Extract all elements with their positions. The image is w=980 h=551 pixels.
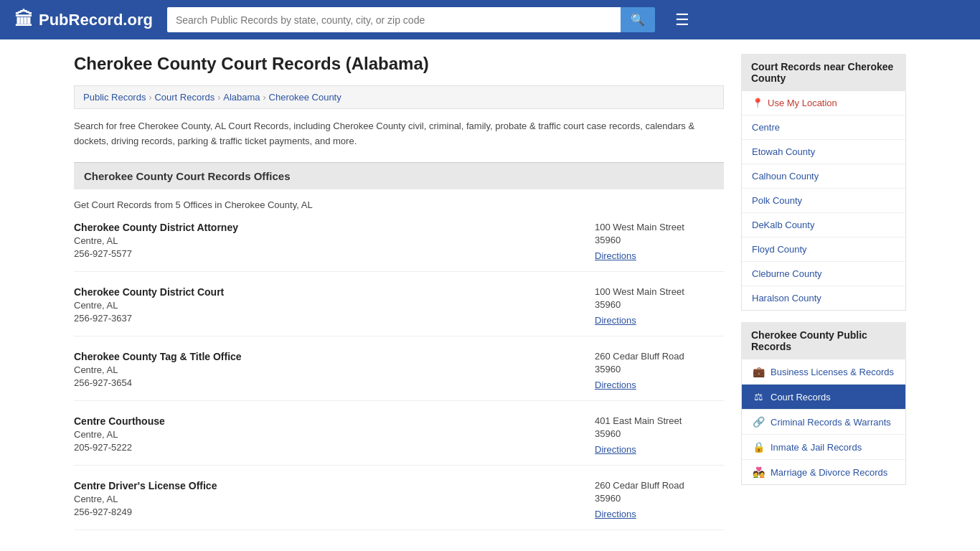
breadcrumb-link-cherokee-county[interactable]: Cherokee County: [269, 92, 341, 103]
office-right-4: 260 Cedar Bluff Road 35960 Directions: [595, 480, 724, 519]
nearby-item-link[interactable]: Floyd County: [752, 244, 807, 255]
records-item-link[interactable]: Business Licenses & Records: [771, 367, 894, 377]
office-street: 401 East Main Street: [595, 415, 724, 426]
office-zip: 35960: [595, 428, 724, 439]
breadcrumb-link-court-records[interactable]: Court Records: [154, 92, 215, 103]
nearby-item-link[interactable]: Etowah County: [752, 146, 815, 157]
office-name: Cherokee County District Attorney: [74, 222, 238, 233]
office-left-2: Cherokee County Tag & Title Office Centr…: [74, 351, 242, 390]
nearby-list-item[interactable]: 📍Use My Location: [742, 91, 905, 116]
nearby-item-link[interactable]: DeKalb County: [752, 220, 814, 230]
menu-icon[interactable]: ☰: [675, 11, 689, 29]
records-icon: 💑: [752, 466, 765, 478]
records-list: 💼 Business Licenses & Records⚖ Court Rec…: [741, 359, 906, 485]
records-item-link[interactable]: Marriage & Divorce Records: [771, 467, 887, 478]
records-icon: ⚖: [752, 391, 765, 402]
office-street: 260 Cedar Bluff Road: [595, 351, 724, 362]
office-left-1: Cherokee County District Court Centre, A…: [74, 286, 224, 326]
office-entry: Cherokee County District Court Centre, A…: [74, 286, 724, 336]
office-zip: 35960: [595, 364, 724, 375]
office-city: Centre, AL: [74, 364, 242, 375]
nearby-item-link[interactable]: Haralson County: [752, 293, 821, 303]
nearby-list-item[interactable]: Calhoun County: [742, 164, 905, 189]
directions-link[interactable]: Directions: [595, 509, 636, 519]
office-street: 100 West Main Street: [595, 222, 724, 232]
records-list-item[interactable]: 💼 Business Licenses & Records: [742, 359, 905, 385]
nearby-item-link[interactable]: Cleburne County: [752, 268, 822, 279]
office-city: Centre, AL: [74, 300, 224, 311]
offices-section-header: Cherokee County Court Records Offices: [74, 162, 724, 189]
office-zip: 35960: [595, 493, 724, 504]
nearby-list-item[interactable]: Centre: [742, 116, 905, 140]
office-phone: 205-927-5222: [74, 442, 165, 453]
site-logo[interactable]: 🏛 PubRecord.org: [14, 9, 153, 31]
nearby-section-title: Court Records near Cherokee County: [741, 54, 906, 91]
nearby-list-item[interactable]: Cleburne County: [742, 262, 905, 286]
nearby-item-link[interactable]: Centre: [752, 122, 780, 133]
directions-link[interactable]: Directions: [595, 250, 636, 261]
breadcrumb-link-public-records[interactable]: Public Records: [83, 92, 146, 103]
records-list-item[interactable]: 🔗 Criminal Records & Warrants: [742, 410, 905, 435]
records-list-item[interactable]: ⚖ Court Records: [742, 385, 905, 410]
breadcrumb-link-alabama[interactable]: Alabama: [223, 92, 260, 103]
nearby-list-item[interactable]: Polk County: [742, 189, 905, 213]
breadcrumb-sep-2: ›: [217, 93, 220, 103]
nearby-item-link[interactable]: Polk County: [752, 195, 802, 206]
directions-link[interactable]: Directions: [595, 380, 636, 390]
office-right-0: 100 West Main Street 35960 Directions: [595, 222, 724, 261]
office-city: Centre, AL: [74, 429, 165, 440]
records-icon: 🔒: [752, 441, 765, 453]
records-list-item[interactable]: 💑 Marriage & Divorce Records: [742, 460, 905, 484]
office-entry: Centre Courthouse Centre, AL 205-927-522…: [74, 415, 724, 466]
office-zip: 35960: [595, 235, 724, 245]
nearby-list-item[interactable]: Floyd County: [742, 237, 905, 262]
office-entry: Cherokee County District Attorney Centre…: [74, 222, 724, 272]
office-right-2: 260 Cedar Bluff Road 35960 Directions: [595, 351, 724, 390]
breadcrumb-sep-1: ›: [149, 93, 151, 103]
site-header: 🏛 PubRecord.org 🔍 ☰: [0, 0, 980, 39]
search-icon: 🔍: [631, 14, 645, 26]
office-left-3: Centre Courthouse Centre, AL 205-927-522…: [74, 415, 165, 455]
search-button[interactable]: 🔍: [621, 7, 655, 32]
office-right-3: 401 East Main Street 35960 Directions: [595, 415, 724, 455]
nearby-list-item[interactable]: Haralson County: [742, 286, 905, 310]
location-icon: 📍: [752, 98, 763, 108]
office-name: Centre Courthouse: [74, 415, 165, 427]
page-description: Search for free Cherokee County, AL Cour…: [74, 119, 724, 149]
right-sidebar: Court Records near Cherokee County 📍Use …: [741, 54, 906, 545]
office-phone: 256-927-8249: [74, 507, 217, 517]
office-street: 260 Cedar Bluff Road: [595, 480, 724, 491]
records-item-link[interactable]: Criminal Records & Warrants: [771, 417, 891, 428]
office-entry: Centre Driver's License Office Centre, A…: [74, 480, 724, 530]
office-entry: Cherokee County Tag & Title Office Centr…: [74, 351, 724, 401]
directions-link[interactable]: Directions: [595, 315, 636, 326]
left-panel: Cherokee County Court Records (Alabama) …: [74, 54, 724, 545]
search-input[interactable]: [167, 7, 621, 32]
main-content: Cherokee County Court Records (Alabama) …: [60, 39, 920, 551]
nearby-list-item[interactable]: Etowah County: [742, 140, 905, 164]
office-name: Centre Driver's License Office: [74, 480, 217, 491]
breadcrumb: Public Records › Court Records › Alabama…: [74, 85, 724, 109]
records-item-link[interactable]: Inmate & Jail Records: [771, 442, 862, 453]
office-left-0: Cherokee County District Attorney Centre…: [74, 222, 238, 261]
office-city: Centre, AL: [74, 494, 217, 504]
nearby-list-item[interactable]: DeKalb County: [742, 213, 905, 237]
records-list-item[interactable]: 🔒 Inmate & Jail Records: [742, 435, 905, 460]
offices-list: Cherokee County District Attorney Centre…: [74, 222, 724, 530]
logo-icon: 🏛: [14, 9, 33, 31]
offices-desc: Get Court Records from 5 Offices in Cher…: [74, 199, 724, 210]
directions-link[interactable]: Directions: [595, 444, 636, 455]
office-phone: 256-927-3654: [74, 377, 242, 388]
records-icon: 🔗: [752, 416, 765, 428]
records-icon: 💼: [752, 366, 765, 377]
office-phone: 256-927-3637: [74, 313, 224, 324]
office-phone: 256-927-5577: [74, 248, 238, 259]
records-item-label: Court Records: [771, 392, 831, 402]
office-zip: 35960: [595, 299, 724, 310]
nearby-list: 📍Use My LocationCentreEtowah CountyCalho…: [741, 91, 906, 311]
nearby-item-link[interactable]: Calhoun County: [752, 171, 819, 182]
office-right-1: 100 West Main Street 35960 Directions: [595, 286, 724, 326]
nearby-item-label: Use My Location: [768, 98, 837, 108]
office-city: Centre, AL: [74, 235, 238, 246]
search-bar: 🔍: [167, 7, 655, 32]
